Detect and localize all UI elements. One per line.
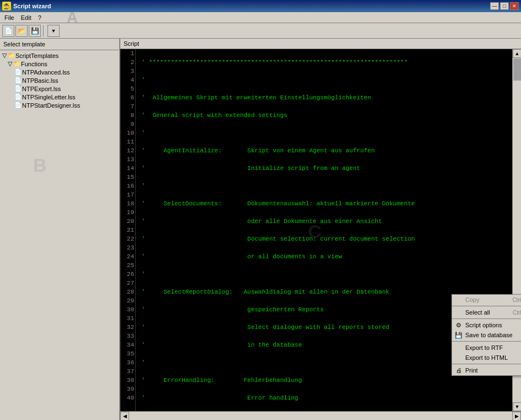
script-header: Script xyxy=(120,39,521,49)
h-scroll-track[interactable] xyxy=(129,412,512,421)
menu-file[interactable]: File xyxy=(1,13,18,22)
maximize-button[interactable]: □ xyxy=(500,2,509,10)
scroll-right-button[interactable]: ▶ xyxy=(512,412,521,421)
toolbar-open[interactable]: 📂 xyxy=(15,25,28,37)
select-all-icon xyxy=(454,308,463,317)
close-button[interactable]: ✕ xyxy=(510,2,519,10)
tree-file-label: NTPBasic.lss xyxy=(22,77,58,84)
menu-help[interactable]: ? xyxy=(35,13,45,22)
tree-file-label: NTPAdvanced.lss xyxy=(22,69,70,76)
context-menu: Copy Ctrl+C Select all Ctrl+A ⚙ Script o… xyxy=(451,294,521,376)
code-line-12: ' or all documents in a view xyxy=(138,252,510,261)
scroll-thumb[interactable] xyxy=(513,59,521,81)
code-line-11: ' Document selection: current document s… xyxy=(138,235,510,243)
ctx-save-to-db[interactable]: 💾 Save to database xyxy=(452,330,521,340)
ctx-sep-2 xyxy=(452,318,521,319)
ctx-select-all-shortcut: Ctrl+A xyxy=(513,310,521,316)
tree-file-label: NTPStartDesigner.lss xyxy=(22,102,80,109)
window-controls: — □ ✕ xyxy=(490,2,519,10)
code-line-2: ' xyxy=(138,76,510,84)
tree-item-ntpadvanced[interactable]: 📄 NTPAdvanced.lss xyxy=(1,68,118,76)
export-html-icon xyxy=(454,353,463,362)
tree-functions-label: Functions xyxy=(21,61,47,67)
ctx-select-all[interactable]: Select all Ctrl+A xyxy=(452,307,521,317)
ctx-save-to-db-label: Save to database xyxy=(465,332,513,338)
export-rtf-icon xyxy=(454,343,463,352)
menu-bar: File Edit ? A xyxy=(0,12,521,23)
ctx-export-rtf-label: Export to RTF xyxy=(465,344,503,351)
code-line-8: ' xyxy=(138,182,510,190)
scroll-left-button[interactable]: ◀ xyxy=(120,412,129,421)
code-line-3: ' Allgemeines Skript mit erweiterten Ein… xyxy=(138,93,510,102)
code-line-7: ' Initialize script from an agent xyxy=(138,164,510,173)
ctx-copy-label: Copy xyxy=(465,296,480,303)
title-bar: 🧙 Script wizard — □ ✕ xyxy=(0,0,521,12)
tree-item-ntpsingleletter[interactable]: 📄 NTPSingleLetter.lss xyxy=(1,93,118,101)
ctx-script-options-label: Script options xyxy=(465,322,502,328)
scroll-up-button[interactable]: ▲ xyxy=(513,49,521,58)
minimize-button[interactable]: — xyxy=(490,2,499,10)
code-line-6: ' AgentInitialize: Skript von einem Agen… xyxy=(138,146,510,155)
ctx-script-options[interactable]: ⚙ Script options xyxy=(452,320,521,330)
ctx-select-all-label: Select all xyxy=(465,309,490,316)
copy-icon xyxy=(454,295,463,304)
ctx-export-html[interactable]: Export to HTML xyxy=(452,353,521,363)
ctx-sep-1 xyxy=(452,306,521,306)
code-line-5: ' xyxy=(138,129,510,137)
tree-area[interactable]: ▽ 📁 ScriptTemplates ▽ 📁 Functions 📄 NTPA… xyxy=(0,50,119,420)
code-line-1: ' **************************************… xyxy=(138,58,510,67)
tree-root[interactable]: ▽ 📁 ScriptTemplates xyxy=(1,51,118,60)
ctx-export-rtf[interactable]: Export to RTF xyxy=(452,343,521,353)
tree-file-label: NTPSingleLetter.lss xyxy=(22,94,76,100)
ctx-sep-4 xyxy=(452,364,521,364)
scroll-down-button[interactable]: ▼ xyxy=(513,402,521,411)
code-line-4: ' General script with extended settings xyxy=(138,111,510,120)
ctx-print[interactable]: 🖨 Print xyxy=(452,365,521,375)
ctx-copy-shortcut: Ctrl+C xyxy=(512,297,521,303)
script-options-icon: ⚙ xyxy=(454,321,463,329)
code-line-9: ' SelectDocuments: Dokumentenauswahl: ak… xyxy=(138,199,510,208)
toolbar-new[interactable]: 📄 xyxy=(2,25,14,37)
ctx-print-label: Print xyxy=(465,367,478,374)
print-icon: 🖨 xyxy=(454,366,463,375)
right-panel: Script 1 2 3 4 5 6 7 8 9 10 11 12 13 14 … xyxy=(120,39,521,420)
ctx-copy[interactable]: Copy Ctrl+C xyxy=(452,295,521,305)
toolbar-save[interactable]: 💾 xyxy=(29,25,41,37)
left-panel: Select template ▽ 📁 ScriptTemplates ▽ 📁 … xyxy=(0,39,120,420)
tree-file-label: NTPExport.lss xyxy=(22,86,61,92)
toolbar-separator xyxy=(43,25,45,36)
app-icon: 🧙 xyxy=(2,2,11,10)
tree-root-label: ScriptTemplates xyxy=(15,52,59,59)
tree-item-ntpstartdesigner[interactable]: 📄 NTPStartDesigner.lss xyxy=(1,101,118,109)
tree-item-ntpexport[interactable]: 📄 NTPExport.lss xyxy=(1,84,118,93)
folder-expand-icon: ▽ xyxy=(8,60,12,67)
main-layout: Select template ▽ 📁 ScriptTemplates ▽ 📁 … xyxy=(0,39,521,420)
toolbar: 📄 📂 💾 ▼ xyxy=(0,23,521,39)
save-db-icon: 💾 xyxy=(454,331,463,339)
code-line-10: ' oder alle Dokumente aus einer Ansicht xyxy=(138,217,510,226)
tree-functions-folder[interactable]: ▽ 📁 Functions xyxy=(1,60,118,68)
window-title: Script wizard xyxy=(13,3,51,9)
panel-header: Select template xyxy=(0,39,119,50)
horizontal-scrollbar[interactable]: ◀ ▶ xyxy=(120,411,521,420)
label-a: A xyxy=(67,10,78,25)
toolbar-dropdown[interactable]: ▼ xyxy=(47,25,60,37)
code-line-20: ' Error handling xyxy=(138,394,510,402)
code-line-19: ' ErrorHandling: Fehlerbehandlung xyxy=(138,376,510,385)
tree-item-ntpbasic[interactable]: 📄 NTPBasic.lss xyxy=(1,76,118,84)
ctx-sep-3 xyxy=(452,341,521,342)
menu-edit[interactable]: Edit xyxy=(18,13,35,22)
folder-icon: ▽ xyxy=(2,52,7,59)
line-numbers: 1 2 3 4 5 6 7 8 9 10 11 12 13 14 15 16 1… xyxy=(120,49,136,411)
code-line-13: ' xyxy=(138,270,510,279)
ctx-export-html-label: Export to HTML xyxy=(465,354,508,361)
